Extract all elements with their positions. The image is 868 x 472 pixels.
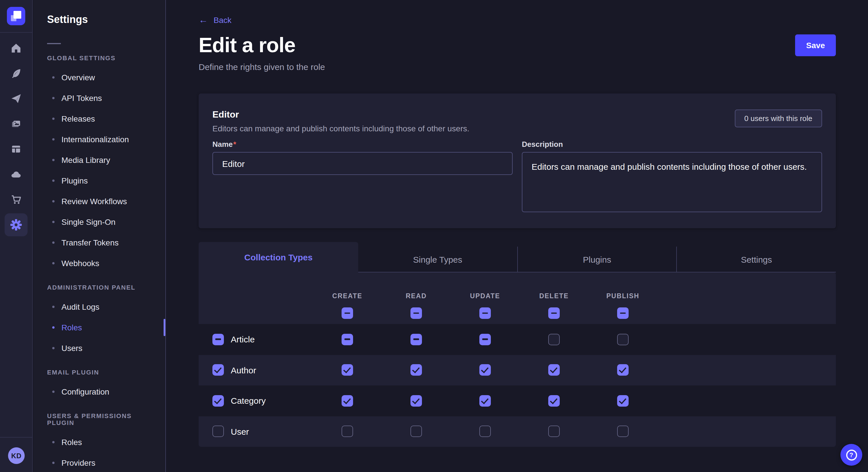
publish-author-checkbox[interactable] bbox=[617, 365, 629, 376]
bullet-icon bbox=[52, 76, 55, 78]
sidebar-item-api-tokens[interactable]: API Tokens bbox=[33, 88, 165, 108]
permissions-rows: ArticleAuthorCategoryUser bbox=[198, 324, 836, 447]
bullet-icon bbox=[52, 326, 55, 329]
sidebar-item-content-manager[interactable] bbox=[5, 62, 28, 85]
cell-update-author bbox=[451, 355, 520, 385]
update-category-checkbox[interactable] bbox=[479, 395, 491, 407]
sidebar-item-single-sign-on[interactable]: Single Sign-On bbox=[33, 212, 165, 232]
bullet-icon bbox=[52, 200, 55, 202]
save-button[interactable]: Save bbox=[795, 34, 836, 56]
delete-user-checkbox[interactable] bbox=[548, 426, 560, 437]
sidebar-item-home[interactable] bbox=[5, 37, 28, 60]
sidebar-item-audit-logs[interactable]: Audit Logs bbox=[33, 297, 165, 317]
inactive-tabs-group: Single TypesPluginsSettings bbox=[358, 247, 836, 272]
sidebar-item-label: Overview bbox=[61, 73, 95, 82]
sidebar-item-releases[interactable]: Releases bbox=[33, 108, 165, 129]
sidebar-item-roles[interactable]: Roles bbox=[33, 317, 165, 338]
select-all-create-checkbox[interactable] bbox=[342, 307, 353, 319]
rail-divider-top bbox=[0, 32, 32, 33]
create-user-checkbox[interactable] bbox=[342, 426, 353, 437]
sidebar-item-roles[interactable]: Roles bbox=[33, 432, 165, 452]
update-author-checkbox[interactable] bbox=[479, 365, 491, 376]
bullet-icon bbox=[52, 241, 55, 244]
subnav-section-label-administration-panel: ADMINISTRATION PANEL bbox=[47, 284, 152, 291]
tab-single-types[interactable]: Single Types bbox=[358, 247, 517, 272]
sidebar-item-deploy[interactable] bbox=[5, 87, 28, 110]
layout-icon bbox=[10, 143, 22, 155]
back-label: Back bbox=[214, 15, 231, 25]
help-button[interactable]: ? bbox=[840, 444, 862, 466]
publish-category-checkbox[interactable] bbox=[617, 395, 629, 407]
sidebar-item-configuration[interactable]: Configuration bbox=[33, 381, 165, 402]
sidebar-item-providers[interactable]: Providers bbox=[33, 452, 165, 472]
subnav-section-list: RolesProviders bbox=[33, 432, 165, 472]
permissions-header-row: CREATEREADUPDATEDELETEPUBLISH bbox=[198, 272, 836, 324]
category-row-checkbox[interactable] bbox=[212, 395, 224, 407]
subnav-title-rule bbox=[47, 43, 61, 44]
app-window: KD Settings GLOBAL SETTINGSOverviewAPI T… bbox=[0, 0, 868, 472]
name-input[interactable] bbox=[212, 152, 513, 175]
description-textarea[interactable]: Editors can manage and publish contents … bbox=[522, 152, 822, 212]
delete-author-checkbox[interactable] bbox=[548, 365, 560, 376]
publish-article-checkbox[interactable] bbox=[617, 334, 629, 345]
sidebar-item-label: API Tokens bbox=[61, 94, 102, 103]
subnav-scrollbar-thumb[interactable] bbox=[164, 319, 165, 336]
permission-row-user: User bbox=[198, 416, 836, 447]
article-row-checkbox[interactable] bbox=[212, 334, 224, 345]
row-label: Article bbox=[231, 335, 255, 344]
sidebar-item-media-library[interactable]: Media Library bbox=[33, 150, 165, 170]
delete-category-checkbox[interactable] bbox=[548, 395, 560, 407]
column-header-update: UPDATE bbox=[451, 272, 520, 324]
paper-plane-icon bbox=[10, 93, 22, 104]
sidebar-item-marketplace[interactable] bbox=[5, 188, 28, 211]
sidebar-item-media-library[interactable] bbox=[5, 112, 28, 135]
select-all-delete-checkbox[interactable] bbox=[548, 307, 560, 319]
user-avatar[interactable]: KD bbox=[8, 447, 25, 464]
sidebar-item-overview[interactable]: Overview bbox=[33, 67, 165, 88]
read-author-checkbox[interactable] bbox=[410, 365, 422, 376]
tab-collection-types[interactable]: Collection Types bbox=[198, 242, 358, 272]
help-question-icon: ? bbox=[846, 449, 857, 460]
cell-publish-user bbox=[588, 416, 657, 447]
read-category-checkbox[interactable] bbox=[410, 395, 422, 407]
permissions-table: CREATEREADUPDATEDELETEPUBLISH ArticleAut… bbox=[198, 272, 836, 447]
tab-settings[interactable]: Settings bbox=[677, 247, 836, 272]
cell-update-article bbox=[451, 324, 520, 355]
subnav-title: Settings bbox=[47, 14, 152, 26]
author-row-checkbox[interactable] bbox=[212, 365, 224, 376]
sidebar-item-users[interactable]: Users bbox=[33, 338, 165, 359]
cell-read-author bbox=[382, 355, 451, 385]
settings-subnav: Settings GLOBAL SETTINGSOverviewAPI Toke… bbox=[33, 0, 166, 472]
description-field-group: Description Editors can manage and publi… bbox=[522, 140, 822, 214]
publish-user-checkbox[interactable] bbox=[617, 426, 629, 437]
sidebar-item-transfer-tokens[interactable]: Transfer Tokens bbox=[33, 232, 165, 253]
read-user-checkbox[interactable] bbox=[410, 426, 422, 437]
strapi-logo[interactable] bbox=[7, 7, 25, 25]
select-all-update-checkbox[interactable] bbox=[479, 307, 491, 319]
sidebar-item-internationalization[interactable]: Internationalization bbox=[33, 129, 165, 150]
back-link[interactable]: ← Back bbox=[198, 15, 231, 25]
sidebar-item-webhooks[interactable]: Webhooks bbox=[33, 253, 165, 274]
select-all-publish-checkbox[interactable] bbox=[617, 307, 629, 319]
tab-plugins[interactable]: Plugins bbox=[517, 247, 676, 272]
update-article-checkbox[interactable] bbox=[479, 334, 491, 345]
column-header-create: CREATE bbox=[313, 272, 382, 324]
sidebar-item-label: Internationalization bbox=[61, 135, 129, 144]
bullet-icon bbox=[52, 221, 55, 223]
sidebar-item-plugins[interactable]: Plugins bbox=[33, 170, 165, 191]
sidebar-item-review-workflows[interactable]: Review Workflows bbox=[33, 191, 165, 212]
create-article-checkbox[interactable] bbox=[342, 334, 353, 345]
sidebar-item-settings[interactable] bbox=[5, 213, 28, 236]
user-row-checkbox[interactable] bbox=[212, 426, 224, 437]
create-author-checkbox[interactable] bbox=[342, 365, 353, 376]
sidebar-item-cloud[interactable] bbox=[5, 163, 28, 186]
read-article-checkbox[interactable] bbox=[410, 334, 422, 345]
sidebar-item-content-type-builder[interactable] bbox=[5, 138, 28, 161]
create-category-checkbox[interactable] bbox=[342, 395, 353, 407]
permission-row-author: Author bbox=[198, 355, 836, 385]
delete-article-checkbox[interactable] bbox=[548, 334, 560, 345]
select-all-read-checkbox[interactable] bbox=[410, 307, 422, 319]
subnav-section-list: Configuration bbox=[33, 381, 165, 402]
update-user-checkbox[interactable] bbox=[479, 426, 491, 437]
users-with-role-badge[interactable]: 0 users with this role bbox=[735, 109, 822, 127]
